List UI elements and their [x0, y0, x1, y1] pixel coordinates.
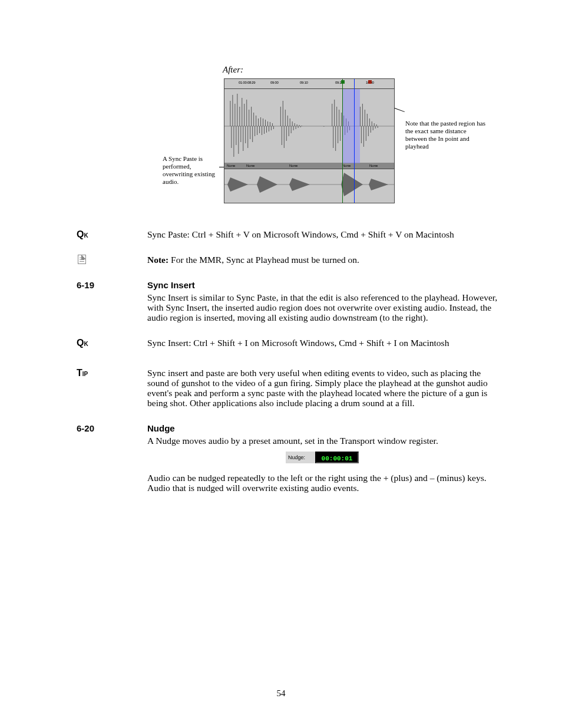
clip-label: None — [288, 163, 299, 169]
out-point-marker-icon — [368, 80, 372, 84]
nudge-value: 00:00:01 — [315, 452, 359, 463]
ruler-tick: 09:10 — [300, 81, 308, 84]
figure-annotation-left: A Sync Paste is performed, overwriting e… — [163, 155, 222, 186]
section-number: 6-20 — [77, 423, 94, 433]
leader-line — [395, 108, 405, 112]
timeline-ruler: 01:00:08:29 09:00 09:10 09:20 10:00 — [224, 79, 394, 88]
in-point-marker-icon — [341, 80, 345, 84]
quick-key-text: Sync Insert: Ctrl + Shift + I on Microso… — [147, 338, 501, 348]
figure-annotation-right: Note that the pasted region has the exac… — [405, 120, 488, 150]
note-icon — [78, 255, 86, 264]
waveform-icon — [224, 169, 394, 199]
waveform-panel: 01:00:08:29 09:00 09:10 09:20 10:00 — [224, 78, 395, 203]
clip-label: None — [341, 163, 352, 169]
clip-label: None — [245, 163, 256, 169]
tip-icon: TIP — [77, 368, 88, 378]
figure-diagram: A Sync Paste is performed, overwriting e… — [77, 78, 501, 218]
body-paragraph: Sync Insert is similar to Sync Paste, in… — [147, 292, 501, 322]
nudge-register: Nudge: 00:00:01 — [286, 452, 362, 463]
leader-line — [219, 167, 224, 167]
body-paragraph: Audio can be nudged repeatedly to the le… — [147, 473, 501, 493]
nudge-label: Nudge: — [286, 452, 315, 463]
clip-label: None — [226, 163, 236, 169]
tip-text: Sync insert and paste are both very usef… — [147, 368, 501, 408]
track-label-strip: None None None None None — [224, 163, 394, 169]
note-text: Note: For the MMR, Sync at Playhead must… — [147, 255, 501, 265]
quick-key-text: Sync Paste: Ctrl + Shift + V on Microsof… — [147, 229, 501, 239]
section-heading: Sync Insert — [147, 280, 501, 290]
waveform-track-lower — [224, 169, 394, 199]
body-paragraph: A Nudge moves audio by a preset amount, … — [147, 436, 501, 446]
waveform-icon — [224, 89, 394, 163]
clip-label: None — [368, 163, 379, 169]
section-number: 6-19 — [77, 280, 94, 290]
section-heading: Nudge — [147, 423, 501, 433]
quick-key-icon: QK — [77, 338, 88, 348]
waveform-track-upper — [224, 88, 394, 163]
ruler-tick: 09:00 — [270, 81, 279, 84]
quick-key-icon: QK — [77, 229, 88, 239]
figure-caption: After: — [223, 65, 501, 75]
ruler-tick: 01:00:08:29 — [239, 81, 255, 84]
page-number: 54 — [0, 689, 562, 699]
